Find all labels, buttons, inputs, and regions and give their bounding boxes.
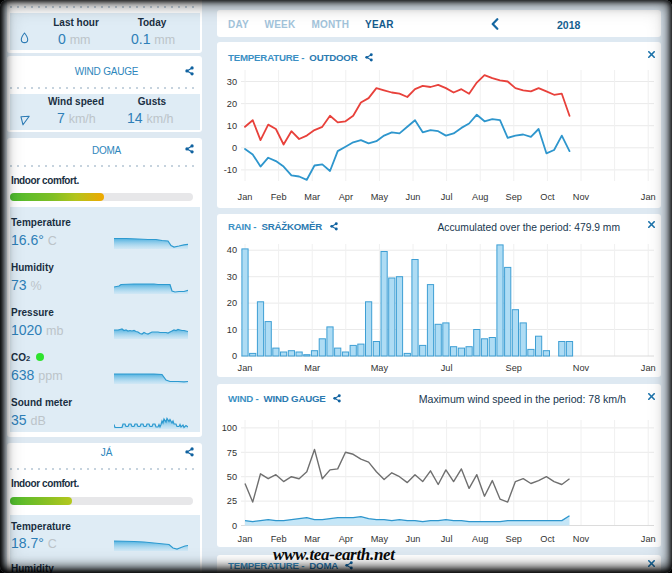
svg-text:20: 20 (227, 298, 237, 308)
svg-text:-10: -10 (224, 165, 237, 175)
svg-text:Apr: Apr (339, 534, 353, 544)
svg-text:50: 50 (227, 472, 237, 482)
svg-text:Jan: Jan (238, 534, 253, 544)
svg-text:Nov: Nov (573, 534, 590, 544)
svg-text:Jun: Jun (406, 534, 421, 544)
svg-text:Apr: Apr (339, 192, 353, 202)
svg-text:Aug: Aug (472, 534, 488, 544)
svg-text:Mar: Mar (304, 534, 320, 544)
svg-text:0: 0 (232, 351, 237, 361)
svg-text:0: 0 (232, 521, 237, 531)
svg-text:25: 25 (227, 496, 237, 506)
svg-text:Jan: Jan (641, 192, 656, 202)
svg-text:Jan: Jan (238, 192, 253, 202)
svg-text:100: 100 (222, 423, 237, 433)
svg-text:Jul: Jul (441, 534, 453, 544)
svg-text:10: 10 (227, 121, 237, 131)
svg-text:Jul: Jul (441, 192, 453, 202)
svg-text:Sep: Sep (506, 192, 522, 202)
svg-text:75: 75 (227, 448, 237, 458)
svg-text:Feb: Feb (271, 192, 287, 202)
svg-text:Jan: Jan (238, 363, 253, 373)
svg-text:Feb: Feb (271, 534, 287, 544)
svg-text:Sep: Sep (506, 363, 522, 373)
svg-text:Oct: Oct (540, 534, 555, 544)
svg-text:Jan: Jan (641, 534, 656, 544)
svg-text:May: May (371, 363, 389, 373)
svg-text:Nov: Nov (573, 363, 590, 373)
svg-text:30: 30 (227, 77, 237, 87)
svg-text:May: May (371, 534, 389, 544)
svg-text:Aug: Aug (472, 192, 488, 202)
svg-text:Nov: Nov (573, 192, 590, 202)
svg-text:30: 30 (227, 272, 237, 282)
svg-text:20: 20 (227, 99, 237, 109)
svg-text:Oct: Oct (540, 192, 555, 202)
svg-text:10: 10 (227, 325, 237, 335)
svg-text:40: 40 (227, 245, 237, 255)
svg-text:Mar: Mar (304, 363, 320, 373)
svg-text:Jan: Jan (641, 363, 656, 373)
svg-text:May: May (371, 192, 389, 202)
svg-text:Sep: Sep (506, 534, 522, 544)
svg-text:0: 0 (232, 143, 237, 153)
svg-text:Jun: Jun (406, 192, 421, 202)
svg-text:Jul: Jul (441, 363, 453, 373)
svg-text:Mar: Mar (304, 192, 320, 202)
